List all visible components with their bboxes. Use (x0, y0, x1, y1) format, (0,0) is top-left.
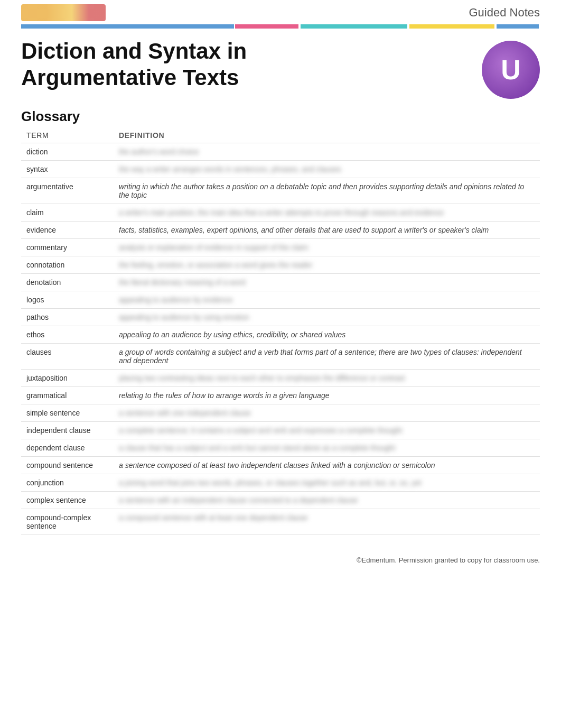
strip-blue2 (497, 24, 539, 29)
definition-cell: the author's word choice (114, 143, 540, 161)
table-row: dictionthe author's word choice (21, 143, 540, 161)
term-cell: diction (21, 143, 114, 161)
term-cell: argumentative (21, 178, 114, 204)
table-row: simple sentencea sentence with one indep… (21, 404, 540, 422)
term-cell: clauses (21, 344, 114, 370)
edmentum-logo (21, 4, 106, 21)
definition-cell: appealing to audience by using emotion (114, 309, 540, 326)
table-row: grammaticalrelating to the rules of how … (21, 387, 540, 404)
definition-cell: facts, statistics, examples, expert opin… (114, 222, 540, 239)
page-title: Diction and Syntax in Argumentative Text… (21, 38, 247, 91)
color-strip (21, 24, 540, 29)
term-cell: connotation (21, 256, 114, 274)
term-cell: compound sentence (21, 457, 114, 474)
term-cell: claim (21, 204, 114, 222)
term-cell: compound-complex sentence (21, 509, 114, 535)
term-cell: denotation (21, 274, 114, 291)
logo-circle: U (482, 41, 540, 99)
term-cell: complex sentence (21, 492, 114, 509)
strip-yellow (409, 24, 494, 29)
table-row: logosappealing to audience by evidence (21, 291, 540, 309)
definition-cell: a compound sentence with at least one de… (114, 509, 540, 535)
term-cell: simple sentence (21, 404, 114, 422)
glossary-table: TERM DEFINITION dictionthe author's word… (21, 128, 540, 535)
table-row: clausesa group of words containing a sub… (21, 344, 540, 370)
term-cell: logos (21, 291, 114, 309)
table-row: syntaxthe way a writer arranges words in… (21, 161, 540, 178)
term-cell: dependent clause (21, 439, 114, 457)
table-row: ethosappealing to an audience by using e… (21, 326, 540, 344)
term-cell: evidence (21, 222, 114, 239)
definition-cell: the feeling, emotion, or association a w… (114, 256, 540, 274)
strip-pink (235, 24, 299, 29)
top-bar: Guided Notes (0, 0, 561, 21)
table-row: conjunctiona joining word that joins two… (21, 474, 540, 492)
col-header-term: TERM (21, 128, 114, 143)
table-row: compound-complex sentencea compound sent… (21, 509, 540, 535)
col-header-def: DEFINITION (114, 128, 540, 143)
definition-cell: appealing to audience by evidence (114, 291, 540, 309)
definition-cell: appealing to an audience by using ethics… (114, 326, 540, 344)
term-cell: ethos (21, 326, 114, 344)
table-row: dependent clausea clause that has a subj… (21, 439, 540, 457)
table-row: compound sentencea sentence composed of … (21, 457, 540, 474)
table-row: juxtapositionplacing two contrasting ide… (21, 370, 540, 387)
definition-cell: a sentence with an independent clause co… (114, 492, 540, 509)
glossary-title: Glossary (21, 108, 540, 125)
definition-cell: placing two contrasting ideas next to ea… (114, 370, 540, 387)
term-cell: commentary (21, 239, 114, 256)
definition-cell: a joining word that joins two words, phr… (114, 474, 540, 492)
table-row: commentaryanalysis or explanation of evi… (21, 239, 540, 256)
table-row: evidencefacts, statistics, examples, exp… (21, 222, 540, 239)
definition-cell: a sentence composed of at least two inde… (114, 457, 540, 474)
table-row: denotationthe literal dictionary meaning… (21, 274, 540, 291)
main-content: Diction and Syntax in Argumentative Text… (0, 38, 561, 585)
term-cell: independent clause (21, 422, 114, 439)
term-cell: juxtaposition (21, 370, 114, 387)
definition-cell: the way a writer arranges words in sente… (114, 161, 540, 178)
strip-blue (21, 24, 234, 29)
definition-cell: writing in which the author takes a posi… (114, 178, 540, 204)
term-cell: grammatical (21, 387, 114, 404)
copyright-text: ©Edmentum. Permission granted to copy fo… (357, 556, 540, 564)
footer: ©Edmentum. Permission granted to copy fo… (21, 556, 540, 564)
guided-notes-label: Guided Notes (469, 6, 540, 20)
term-cell: syntax (21, 161, 114, 178)
logo-letter: U (501, 54, 521, 86)
table-row: connotationthe feeling, emotion, or asso… (21, 256, 540, 274)
definition-cell: a complete sentence; it contains a subje… (114, 422, 540, 439)
definition-cell: analysis or explanation of evidence in s… (114, 239, 540, 256)
definition-cell: a clause that has a subject and a verb b… (114, 439, 540, 457)
table-row: claima writer's main position; the main … (21, 204, 540, 222)
term-cell: pathos (21, 309, 114, 326)
table-row: pathosappealing to audience by using emo… (21, 309, 540, 326)
term-cell: conjunction (21, 474, 114, 492)
table-row: independent clausea complete sentence; i… (21, 422, 540, 439)
table-row: argumentativewriting in which the author… (21, 178, 540, 204)
definition-cell: a sentence with one independent clause (114, 404, 540, 422)
definition-cell: a group of words containing a subject an… (114, 344, 540, 370)
table-row: complex sentencea sentence with an indep… (21, 492, 540, 509)
header-row: Diction and Syntax in Argumentative Text… (21, 38, 540, 99)
definition-cell: relating to the rules of how to arrange … (114, 387, 540, 404)
strip-teal (301, 24, 407, 29)
definition-cell: a writer's main position; the main idea … (114, 204, 540, 222)
definition-cell: the literal dictionary meaning of a word (114, 274, 540, 291)
